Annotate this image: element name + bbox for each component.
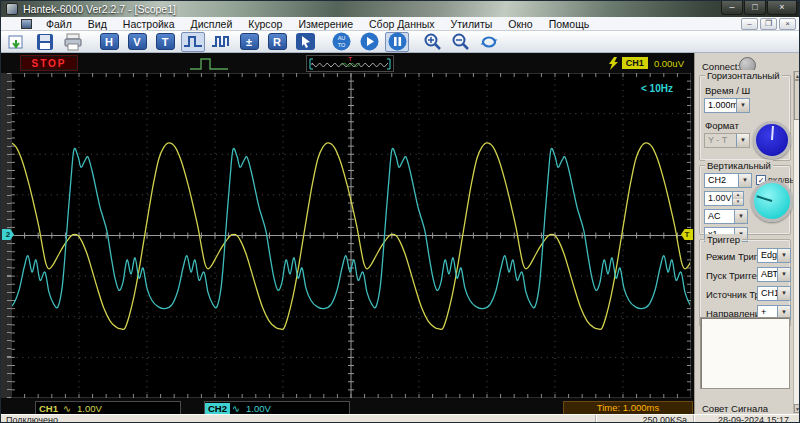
autoset-button[interactable]: AUTO	[329, 32, 353, 52]
ch2-label: CH2	[205, 403, 230, 414]
timebase-select[interactable]: 1.000ms▼	[704, 98, 750, 113]
horizontal-group: Горизонтальный Время / Ш 1.000ms▼ Формат…	[699, 75, 791, 161]
mdi-close-button[interactable]: ×	[779, 18, 796, 30]
edge-trigger-button[interactable]	[181, 32, 205, 52]
menu-item-8[interactable]: Утилиты	[443, 18, 501, 30]
svg-text:AU: AU	[337, 35, 345, 41]
save-button[interactable]	[33, 32, 57, 52]
sample-rate: 250.00KSa	[642, 415, 687, 423]
trigger-source-select[interactable]: CH1▼	[757, 286, 791, 301]
frequency-counter: < 10Hz	[641, 83, 673, 94]
vertical-knob[interactable]	[751, 180, 793, 222]
ch2-coupling-icon: ∿	[230, 403, 246, 414]
menu-item-9[interactable]: Окно	[500, 18, 540, 30]
zoom-out-button[interactable]	[449, 32, 473, 52]
chevron-down-icon[interactable]: ▼	[777, 287, 790, 300]
channel-select[interactable]: CH2▼	[704, 173, 752, 188]
chevron-down-icon: ▼	[736, 134, 749, 147]
ch1-coupling-icon: ∿	[61, 403, 77, 414]
math-button[interactable]: ±	[237, 32, 261, 52]
trigger-sweep-select[interactable]: АВТО▼	[757, 267, 791, 282]
svg-text:TO: TO	[337, 42, 345, 48]
chevron-down-icon[interactable]: ▼	[734, 210, 747, 223]
app-icon	[6, 3, 18, 15]
status-bar: Подключено 250.00KSa 28-09-2024 15:17	[1, 414, 800, 423]
format-select: Y - T▼	[704, 133, 750, 148]
menu-item-3[interactable]: Настройка	[115, 18, 183, 30]
chevron-down-icon[interactable]: ▼	[777, 249, 790, 262]
trigger-readout: CH1 0.00uV	[609, 56, 684, 70]
menu-item-10[interactable]: Помощь	[541, 18, 598, 30]
chevron-down-icon[interactable]: ▼	[736, 99, 749, 112]
pause-button[interactable]	[385, 32, 409, 52]
menu-item-2[interactable]: Вид	[80, 18, 115, 30]
start-button[interactable]	[357, 32, 381, 52]
chevron-down-icon[interactable]: ▼	[738, 174, 751, 187]
close-button[interactable]: ×	[767, 1, 797, 15]
cursor-button[interactable]	[293, 32, 317, 52]
chevron-down-icon[interactable]: ▼	[777, 268, 790, 281]
reference-button[interactable]: R	[265, 32, 289, 52]
datetime: 28-09-2024 15:17	[718, 415, 789, 423]
trigger-group: Триггер Режим Триггера Edge▼ Пуск Тригге…	[699, 239, 791, 327]
toolbar: HVT±RAUTO	[1, 31, 800, 53]
svg-text:T: T	[348, 56, 352, 62]
menu-item-5[interactable]: Курсор	[240, 18, 290, 30]
ch1-scale: 1.00V	[77, 403, 102, 414]
menu-item-7[interactable]: Сбор Данных	[361, 18, 443, 30]
pulse-trigger-button[interactable]	[209, 32, 233, 52]
sample-preview-bar[interactable]: T	[306, 55, 394, 72]
minimize-button[interactable]: –	[721, 1, 743, 15]
panel-scrollbar[interactable]: ▲ ▼	[793, 71, 800, 413]
zoom-in-button[interactable]	[421, 32, 445, 52]
run-state-badge[interactable]: STOP	[21, 56, 77, 70]
format-label: Формат	[705, 120, 739, 131]
timebase-badge: Time: 1.000ms	[563, 401, 693, 415]
trigger-level-value: 0.00uV	[654, 58, 684, 69]
maximize-button[interactable]: □	[744, 1, 766, 15]
vertical-group: Вертикальный CH2▼ ✓ ВКЛ/ВЫК 1.00V ▲▼ AC▼…	[699, 165, 791, 235]
horizontal-system-button[interactable]: H	[97, 32, 121, 52]
vertical-group-title: Вертикальный	[705, 160, 773, 171]
menu-item-1[interactable]: Файл	[38, 18, 80, 30]
spinner-down-icon[interactable]: ▼	[732, 199, 743, 206]
horizontal-group-title: Горизонтальный	[705, 70, 782, 81]
trigger-group-title: Триггер	[705, 234, 742, 245]
scope-area: STOP T CH1 0.00uV < 10Hz 2 T CH1 ∿ 1.00V…	[1, 53, 694, 414]
ch2-badge[interactable]: CH2 ∿ 1.00V	[204, 401, 350, 415]
scroll-down-icon[interactable]: ▼	[794, 404, 800, 413]
scope-window-icon[interactable]	[21, 19, 32, 29]
connection-status: Подключено	[6, 415, 58, 423]
title-bar: Hantek-6000 Ver2.2.7 - [Scope1] – □ ×	[1, 1, 800, 17]
vertical-system-button[interactable]: V	[125, 32, 149, 52]
channel-status-bar: CH1 ∿ 1.00V CH2 ∿ 1.00V Time: 1.000ms	[1, 400, 694, 415]
ch1-badge[interactable]: CH1 ∿ 1.00V	[35, 401, 181, 415]
menu-bar: ФайлВидНастройкаДисплейКурсорИзмерениеСб…	[1, 17, 800, 31]
window-title: Hantek-6000 Ver2.2.7 - [Scope1]	[23, 3, 176, 15]
open-button[interactable]	[5, 32, 29, 52]
menu-item-4[interactable]: Дисплей	[183, 18, 241, 30]
waveform-display[interactable]	[11, 73, 691, 398]
signal-tip-label: Совет Сигнала	[702, 403, 768, 414]
lightning-icon	[609, 57, 618, 70]
print-button[interactable]	[61, 32, 85, 52]
signal-tip-box	[700, 317, 790, 389]
control-panel: Connect: Горизонтальный Время / Ш 1.000m…	[694, 53, 800, 414]
trigger-channel-badge: CH1	[622, 57, 648, 69]
mdi-restore-button[interactable]: ❐	[760, 18, 777, 30]
mdi-minimize-button[interactable]: –	[741, 18, 758, 30]
self-calibration-button[interactable]	[477, 32, 501, 52]
scroll-thumb[interactable]	[794, 80, 800, 120]
menu-item-6[interactable]: Измерение	[290, 18, 361, 30]
time-div-label: Время / Ш	[705, 85, 750, 96]
scroll-up-icon[interactable]: ▲	[794, 71, 800, 80]
horizontal-knob[interactable]	[753, 121, 791, 159]
coupling-select[interactable]: AC▼	[704, 209, 748, 224]
trigger-system-button[interactable]: T	[153, 32, 177, 52]
ch2-scale: 1.00V	[246, 403, 271, 414]
trigger-mode-select[interactable]: Edge▼	[757, 248, 791, 263]
volts-div-spinner[interactable]: 1.00V ▲▼	[704, 191, 744, 206]
ch1-label: CH1	[36, 403, 61, 414]
